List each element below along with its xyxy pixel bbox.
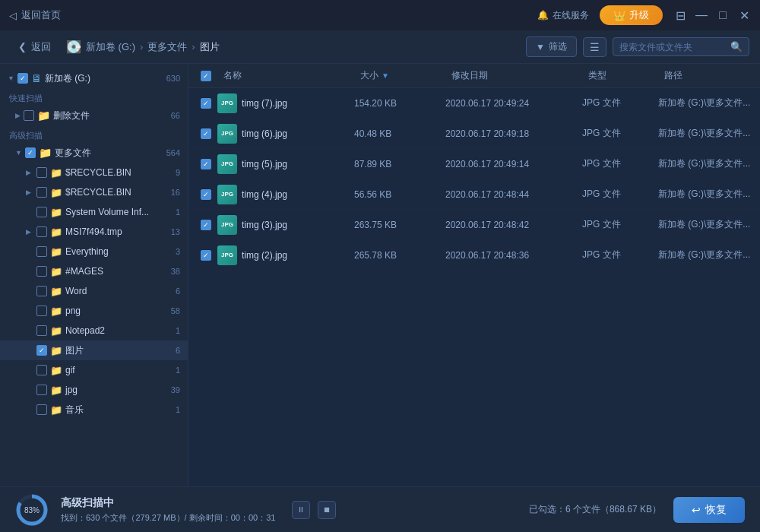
disk-folder-icon: 🖥 <box>31 72 42 84</box>
table-row[interactable]: JPGtimg (5).jpg87.89 KB2020.06.17 20:49:… <box>188 149 760 179</box>
item-checkbox[interactable] <box>36 404 47 415</box>
root-checkbox[interactable] <box>17 73 28 84</box>
cell-type: JPG 文件 <box>582 157 658 170</box>
cell-size: 87.89 KB <box>354 159 445 169</box>
table-row[interactable]: JPGtimg (6).jpg40.48 KB2020.06.17 20:49:… <box>188 119 760 149</box>
sidebar-item-label: Notepad2 <box>65 325 105 336</box>
sidebar-item-$recycle.bin[interactable]: ▶📁$RECYCLE.BIN9 <box>0 163 188 182</box>
window-min-button[interactable]: — <box>695 8 708 22</box>
list-view-button[interactable]: ☰ <box>583 37 606 57</box>
sidebar-item-systemvolumeinf...[interactable]: 📁System Volume Inf...1 <box>0 202 188 222</box>
window-close-button[interactable]: ✕ <box>737 8 751 23</box>
row-checkbox[interactable] <box>201 98 211 109</box>
sidebar-item-#mages[interactable]: 📁#MAGES38 <box>0 261 188 281</box>
sidebar-item-count: 6 <box>176 346 180 355</box>
sidebar-item-图片[interactable]: 📁图片6 <box>0 340 188 360</box>
sidebar-item-count: 39 <box>171 385 180 394</box>
scan-info: 高级扫描中 找到：630 个文件（279.27 MB）/ 剩余时间：00：00：… <box>61 496 275 524</box>
more-files-checkbox[interactable] <box>25 147 36 158</box>
row-checkbox[interactable] <box>201 250 211 261</box>
cell-size: 40.48 KB <box>354 128 445 139</box>
sidebar-item-count: 3 <box>176 247 180 256</box>
sidebar-item-音乐[interactable]: 📁音乐1 <box>0 400 188 420</box>
filter-label: 筛选 <box>549 40 567 53</box>
sidebar-item-deleted[interactable]: ▶ 📁 删除文件 66 <box>0 106 188 125</box>
table-row[interactable]: JPGtimg (4).jpg56.56 KB2020.06.17 20:48:… <box>188 179 760 210</box>
sidebar-item-root[interactable]: ▼ 🖥 新加卷 (G:) 630 <box>0 68 188 88</box>
item-checkbox[interactable] <box>36 286 47 296</box>
deleted-checkbox[interactable] <box>24 110 34 121</box>
item-checkbox[interactable] <box>36 365 47 375</box>
sidebar-item-everything[interactable]: 📁Everything3 <box>0 242 188 261</box>
folder-icon: 📁 <box>50 385 62 396</box>
search-bar[interactable]: 🔍 <box>613 37 749 56</box>
upgrade-button[interactable]: 👑 升级 <box>600 5 663 25</box>
folder-icon: 📁 <box>50 187 62 198</box>
breadcrumb-sep2: › <box>192 41 195 52</box>
sidebar-item-gif[interactable]: 📁gif1 <box>0 360 188 380</box>
restore-label: 恢复 <box>705 503 727 517</box>
titlebar-left: ◁ 返回首页 <box>9 8 61 22</box>
row-checkbox[interactable] <box>201 159 211 169</box>
cell-date: 2020.06.17 20:49:24 <box>445 98 582 109</box>
root-count: 630 <box>166 74 180 83</box>
back-home-label[interactable]: 返回首页 <box>21 8 61 22</box>
restore-button[interactable]: ↩ 恢复 <box>673 497 745 523</box>
filter-icon: ▼ <box>536 42 545 52</box>
sidebar-item-png[interactable]: 📁png58 <box>0 301 188 321</box>
table-row[interactable]: JPGtimg (7).jpg154.20 KB2020.06.17 20:49… <box>188 88 760 119</box>
item-checkbox[interactable] <box>36 266 47 277</box>
sidebar-item-$recycle.bin[interactable]: ▶📁$RECYCLE.BIN16 <box>0 182 188 202</box>
jpg-icon: JPG <box>217 245 237 265</box>
row-checkbox[interactable] <box>201 189 211 200</box>
cell-date: 2020.06.17 20:49:18 <box>445 128 582 139</box>
cell-type: JPG 文件 <box>582 188 658 201</box>
row-checkbox[interactable] <box>201 128 211 139</box>
sidebar-item-label: gif <box>65 365 75 375</box>
window-max-button[interactable]: □ <box>716 8 730 22</box>
file-name: timg (5).jpg <box>242 159 287 169</box>
select-all-checkbox[interactable] <box>201 71 211 81</box>
sidebar-item-more-files[interactable]: ▼ 📁 更多文件 564 <box>0 143 188 163</box>
sidebar-item-jpg[interactable]: 📁jpg39 <box>0 380 188 400</box>
item-checkbox[interactable] <box>36 385 47 395</box>
th-size[interactable]: 大小 ▼ <box>354 69 445 82</box>
sidebar-item-msi7f494.tmp[interactable]: ▶📁MSI7f494.tmp13 <box>0 222 188 242</box>
item-checkbox[interactable] <box>36 246 47 257</box>
item-checkbox[interactable] <box>36 207 47 217</box>
window-restore-button[interactable]: ⊟ <box>673 8 687 23</box>
back-button[interactable]: ❮ 返回 <box>11 37 59 57</box>
search-input[interactable] <box>619 42 727 52</box>
folder-icon: 📁 <box>50 167 62 179</box>
sidebar-item-word[interactable]: 📁Word6 <box>0 281 188 301</box>
pause-button[interactable]: ⏸ <box>292 501 310 519</box>
item-checkbox[interactable] <box>36 226 47 237</box>
table-row[interactable]: JPGtimg (2).jpg265.78 KB2020.06.17 20:48… <box>188 240 760 271</box>
folder-icon: 📁 <box>50 345 62 356</box>
item-checkbox[interactable] <box>36 345 47 356</box>
jpg-icon: JPG <box>217 124 237 144</box>
breadcrumb-disk[interactable]: 新加卷 (G:) <box>86 40 135 54</box>
row-checkbox[interactable] <box>201 220 211 230</box>
breadcrumb-more[interactable]: 更多文件 <box>147 40 187 54</box>
table-row[interactable]: JPGtimg (3).jpg263.75 KB2020.06.17 20:48… <box>188 210 760 240</box>
sidebar-item-label: 音乐 <box>65 404 84 416</box>
more-files-folder-icon: 📁 <box>39 147 52 159</box>
item-checkbox[interactable] <box>36 306 47 316</box>
folder-icon: 📁 <box>50 365 62 376</box>
item-checkbox[interactable] <box>36 167 47 178</box>
expand-more-icon: ▼ <box>15 149 22 157</box>
expand-deleted-icon: ▶ <box>15 112 21 119</box>
online-service[interactable]: 🔔 在线服务 <box>537 9 589 22</box>
back-chevron-icon: ❮ <box>18 41 27 52</box>
filter-button[interactable]: ▼ 筛选 <box>526 36 577 57</box>
item-checkbox[interactable] <box>36 187 47 198</box>
table-header: 名称 大小 ▼ 修改日期 类型 路径 <box>188 64 760 88</box>
cell-name: JPGtimg (6).jpg <box>217 124 354 144</box>
item-checkbox[interactable] <box>36 325 47 336</box>
cell-path: 新加卷 (G:)\更多文件... <box>658 127 754 140</box>
cell-size: 265.78 KB <box>354 250 445 261</box>
jpg-icon: JPG <box>217 154 237 174</box>
stop-button[interactable]: ⏹ <box>318 501 336 519</box>
sidebar-item-notepad2[interactable]: 📁Notepad21 <box>0 321 188 340</box>
